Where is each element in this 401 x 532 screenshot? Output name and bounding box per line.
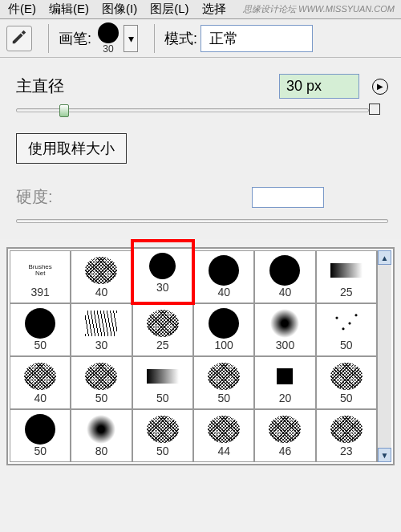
brush-thumb-noise-icon xyxy=(329,361,364,392)
diameter-input[interactable]: 30 px xyxy=(279,74,359,99)
brush-shape-icon xyxy=(98,22,119,43)
tool-preset-picker[interactable] xyxy=(6,26,32,51)
brush-size-number: 25 xyxy=(156,339,169,351)
brush-thumb-square-icon xyxy=(267,361,302,392)
brush-thumb-noise-icon xyxy=(206,361,241,392)
brush-thumb-circle-icon xyxy=(206,255,241,286)
new-preset-icon[interactable] xyxy=(369,104,380,115)
brush-preset-cell[interactable]: 50 xyxy=(132,409,193,462)
brush-size-number: 50 xyxy=(156,392,169,404)
divider xyxy=(154,24,155,53)
brush-thumb-smear-icon xyxy=(329,255,364,286)
brush-preset-cell[interactable]: 50 xyxy=(316,356,377,409)
menu-image[interactable]: 图像(I) xyxy=(97,0,142,18)
brush-size-number: 40 xyxy=(34,392,47,404)
brush-preset-cell[interactable]: 30 xyxy=(71,303,132,356)
brush-preset-cell[interactable]: Brushes Net391 xyxy=(10,250,71,303)
brush-dropdown-button[interactable]: ▾ xyxy=(124,25,138,52)
watermark-text: 思缘设计论坛 WWW.MISSYUAN.COM xyxy=(243,3,395,15)
brush-preset-cell[interactable]: 50 xyxy=(193,356,254,409)
brush-thumb-soft-icon xyxy=(267,308,302,339)
brush-thumb-scribble-icon xyxy=(83,308,119,339)
brush-preset-cell[interactable]: 40 xyxy=(193,250,254,303)
flyout-menu-button[interactable] xyxy=(372,79,388,95)
scroll-track[interactable] xyxy=(378,265,391,448)
scrollbar[interactable]: ▲ ▼ xyxy=(377,250,391,462)
diameter-label: 主直径 xyxy=(16,75,96,97)
options-bar: 画笔: 30 ▾ 模式: 正常 xyxy=(0,19,401,58)
use-sample-size-button[interactable]: 使用取样大小 xyxy=(16,133,127,164)
brush-size-number: 40 xyxy=(217,286,230,298)
brush-preset-cell[interactable]: 50 xyxy=(10,303,71,356)
brush-preset-cell[interactable]: 80 xyxy=(71,409,132,462)
brush-preset-cell[interactable]: 30 xyxy=(132,241,193,303)
brush-size-number: 50 xyxy=(340,339,353,351)
brush-preset-cell[interactable]: 40 xyxy=(254,250,315,303)
menu-file[interactable]: 件(E) xyxy=(3,0,41,18)
brush-label: 画笔: xyxy=(59,29,91,48)
brush-preset-cell[interactable]: 50 xyxy=(10,409,71,462)
menu-select[interactable]: 选择 xyxy=(197,0,231,18)
brush-thumb-noise-icon xyxy=(83,361,119,392)
brush-preset-cell[interactable]: 300 xyxy=(254,303,315,356)
brush-size-number: 40 xyxy=(95,286,108,298)
brush-preset-cell[interactable]: 50 xyxy=(316,303,377,356)
mode-label: 模式: xyxy=(164,29,197,48)
brush-thumb-circle-icon xyxy=(22,414,58,445)
divider xyxy=(48,24,49,53)
brush-grid: Brushes Net39140304040255030251003005040… xyxy=(10,250,377,462)
brush-thumb-circle-icon xyxy=(267,255,302,286)
brush-preview-chip: 30 xyxy=(95,22,122,55)
brush-thumb-noise-icon xyxy=(267,414,302,445)
brush-preset-cell[interactable]: 23 xyxy=(316,409,377,462)
menu-layer[interactable]: 图层(L) xyxy=(145,0,193,18)
brush-preset-cell[interactable]: 20 xyxy=(254,356,315,409)
brush-thumb-noise-icon xyxy=(83,255,119,286)
scroll-up-button[interactable]: ▲ xyxy=(378,250,391,265)
brush-thumb-circle-icon xyxy=(145,250,180,281)
brush-size-number: 20 xyxy=(279,392,292,404)
hardness-slider[interactable] xyxy=(16,219,388,223)
brush-thumb-noise-icon xyxy=(145,308,180,339)
brush-panel: 主直径 30 px 使用取样大小 硬度: xyxy=(0,58,401,239)
brush-size-number: 30 xyxy=(156,281,169,294)
brush-preset-cell[interactable]: 25 xyxy=(132,303,193,356)
hardness-input[interactable] xyxy=(252,187,324,208)
slider-thumb[interactable] xyxy=(59,104,69,117)
brush-grid-container: Brushes Net39140304040255030251003005040… xyxy=(6,247,395,465)
brush-size-number: 50 xyxy=(217,392,230,404)
brush-size-number: 300 xyxy=(276,339,294,351)
brush-size-number: 50 xyxy=(34,339,47,351)
brush-size-number: 40 xyxy=(279,286,292,298)
brush-thumb-soft-icon xyxy=(83,414,119,445)
brush-preset-cell[interactable]: 100 xyxy=(193,303,254,356)
brush-thumb-circle-icon xyxy=(22,308,58,339)
brush-preset-cell[interactable]: 46 xyxy=(254,409,315,462)
brush-tool-icon xyxy=(10,28,28,48)
brush-preset-cell[interactable]: 25 xyxy=(316,250,377,303)
brush-preset-cell[interactable]: 44 xyxy=(193,409,254,462)
brush-size-number: 50 xyxy=(156,445,169,457)
brush-preset-cell[interactable]: 40 xyxy=(71,250,132,303)
brush-size-number: 23 xyxy=(340,445,353,457)
brush-preset-cell[interactable]: 40 xyxy=(10,356,71,409)
chevron-down-icon: ▾ xyxy=(128,32,134,45)
brush-thumb-noise-icon xyxy=(22,361,58,392)
brush-thumb-circle-icon xyxy=(206,308,241,339)
brush-size-number: 50 xyxy=(340,392,353,404)
brush-size-number: 44 xyxy=(217,445,230,457)
brush-preset-picker[interactable]: 30 ▾ xyxy=(95,22,138,55)
brush-size-number: 25 xyxy=(340,286,353,298)
brush-size-number: 30 xyxy=(95,339,108,351)
brush-preset-cell[interactable]: 50 xyxy=(132,356,193,409)
brush-size-value: 30 xyxy=(103,43,113,55)
menu-edit[interactable]: 编辑(E) xyxy=(44,0,94,18)
brush-preset-cell[interactable]: 50 xyxy=(71,356,132,409)
brush-thumb-smear-icon xyxy=(145,361,180,392)
diameter-slider[interactable] xyxy=(16,108,369,112)
brush-thumb-noise-icon xyxy=(329,414,364,445)
brush-thumb-dots-icon xyxy=(329,308,364,339)
brush-size-number: 50 xyxy=(34,445,47,457)
blend-mode-select[interactable]: 正常 xyxy=(200,25,313,52)
scroll-down-button[interactable]: ▼ xyxy=(378,448,391,462)
